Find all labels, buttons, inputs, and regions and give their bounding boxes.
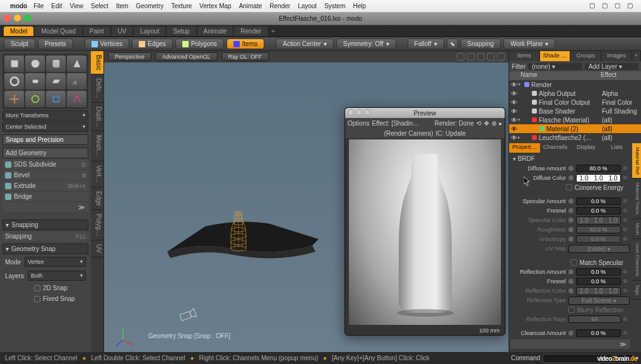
torus-icon[interactable] xyxy=(4,73,24,90)
bevel-tool[interactable]: BevelB xyxy=(3,170,88,180)
viewport-opts-icon[interactable] xyxy=(487,53,495,61)
preview-options[interactable]: Options xyxy=(348,120,369,127)
tab-add-icon[interactable]: + xyxy=(632,51,641,61)
tab-items[interactable]: Items xyxy=(509,51,540,61)
tab-groups[interactable]: Groups xyxy=(570,51,601,61)
reflection-fresnel-field[interactable]: 0.0 % xyxy=(576,278,621,285)
menu-texture[interactable]: Texture xyxy=(171,3,192,9)
geometry-snap-section[interactable]: ▾Geometry Snap xyxy=(3,244,88,254)
add-tab-icon[interactable]: + xyxy=(271,28,275,35)
text-icon[interactable]: A xyxy=(67,73,86,90)
side-tab-defo[interactable]: Defo… xyxy=(91,74,103,102)
blurry-reflection-checkbox[interactable] xyxy=(568,307,575,313)
tab-shadetree[interactable]: Shade … xyxy=(540,51,571,61)
menu-view[interactable]: View xyxy=(70,3,84,9)
command-menu-icon[interactable]: ▾ xyxy=(635,355,638,361)
match-specular-checkbox[interactable] xyxy=(571,259,577,266)
tab-model[interactable]: Model xyxy=(4,26,33,36)
reflection-type-dropdown[interactable]: Full Scene ▾ xyxy=(568,296,630,305)
menu-geometry[interactable]: Geometry xyxy=(136,3,163,9)
tree-row[interactable]: 👁Final Color OutputFinal Color xyxy=(509,98,641,107)
minimize-icon[interactable] xyxy=(356,109,362,115)
close-icon[interactable] xyxy=(348,109,354,115)
tab-render[interactable]: Render xyxy=(234,26,268,36)
presets-button[interactable]: Presets xyxy=(38,38,73,49)
move-icon[interactable] xyxy=(4,91,24,107)
falloff-dropdown[interactable]: Falloff ▾ xyxy=(408,38,444,49)
menu-vertexmap[interactable]: Vertex Map xyxy=(199,3,232,9)
transform-icon[interactable] xyxy=(67,91,86,107)
ic-update-button[interactable]: IC: Update xyxy=(436,130,466,137)
tab-animate[interactable]: Animate xyxy=(197,26,233,36)
maximize-icon[interactable] xyxy=(364,109,370,115)
clearcoat-field[interactable]: 0.0 % xyxy=(576,329,621,337)
menu-edit[interactable]: Edit xyxy=(51,3,62,9)
scale-icon[interactable] xyxy=(46,91,66,107)
pan-icon[interactable] xyxy=(467,53,474,61)
menu-layout[interactable]: Layout xyxy=(298,3,317,9)
brdf-group[interactable]: ▾ BRDF xyxy=(510,154,630,163)
tab-paint[interactable]: Paint xyxy=(83,26,110,36)
tree-row[interactable]: 👁▸Leuchtflaeche2 (…(all) xyxy=(509,133,641,142)
workplane-dropdown[interactable]: Work Plane ▾ xyxy=(503,38,556,49)
side-tab-basic[interactable]: Basic xyxy=(91,51,103,74)
tab-display[interactable]: Display xyxy=(571,143,602,153)
side-tab-user-channels[interactable]: User Channels xyxy=(632,239,641,281)
action-center-dropdown[interactable]: Action Center ▾ xyxy=(276,38,334,49)
tab-images[interactable]: Images xyxy=(601,51,632,61)
preview-nav-icon[interactable]: ✥ xyxy=(484,120,489,127)
center-selected-dropdown[interactable]: Center Selected xyxy=(3,122,88,132)
tab-properties[interactable]: Propert… xyxy=(509,143,540,153)
preview-nav-icon[interactable]: ⟲ xyxy=(476,120,481,127)
2d-snap-checkbox[interactable] xyxy=(34,285,40,291)
fresnel-field[interactable]: 0.0 % xyxy=(576,207,621,214)
edges-mode[interactable]: Edges xyxy=(132,38,172,49)
side-tab-uv[interactable]: UV xyxy=(91,240,103,257)
roughness-field[interactable]: 40.0 % xyxy=(576,226,621,233)
more-transforms-dropdown[interactable]: More Transforms xyxy=(3,110,88,120)
diffuse-amount-field[interactable]: 80.0 % xyxy=(576,165,621,172)
maximize-icon[interactable] xyxy=(24,15,31,21)
render-camera-button[interactable]: (Render Camera) xyxy=(384,130,433,137)
polygons-mode[interactable]: Polygons xyxy=(175,38,224,49)
menu-help[interactable]: Help xyxy=(353,3,367,9)
menu-item[interactable]: Item xyxy=(116,3,128,9)
menu-select[interactable]: Select xyxy=(91,3,109,9)
sphere-icon[interactable] xyxy=(25,56,45,72)
tab-setup[interactable]: Setup xyxy=(167,26,196,36)
tab-layout[interactable]: Layout xyxy=(134,26,165,36)
sculpt-button[interactable]: Sculpt xyxy=(4,38,35,49)
side-tab-edge[interactable]: Edge xyxy=(91,187,103,210)
extrude-tool[interactable]: ExtrudeShift+X xyxy=(3,181,88,191)
close-icon[interactable] xyxy=(4,15,11,21)
tab-channels[interactable]: Channels xyxy=(540,143,571,153)
tree-row-material[interactable]: 👁Material (2)(all) xyxy=(509,124,641,133)
preview-nav-icon[interactable]: ▸ xyxy=(499,120,502,127)
symmetry-dropdown[interactable]: Symmetry: Off ▾ xyxy=(336,38,396,49)
items-mode[interactable]: Items xyxy=(226,38,264,49)
tab-uv[interactable]: UV xyxy=(112,26,133,36)
side-tab-poly[interactable]: Polyg… xyxy=(91,210,103,240)
menu-render[interactable]: Render xyxy=(269,3,290,9)
tree-row[interactable]: 👁▾Flasche (Material)(all) xyxy=(509,115,641,124)
minimize-icon[interactable] xyxy=(14,15,21,21)
side-tab-tags[interactable]: Tags xyxy=(632,281,641,300)
menu-file[interactable]: File xyxy=(33,3,44,9)
add-layer-dropdown[interactable]: Add Layer ▾ xyxy=(585,63,638,70)
side-tab-mesh[interactable]: Mesh… xyxy=(91,131,103,161)
sds-subdivide-tool[interactable]: SDS SubdivideD xyxy=(3,160,88,169)
snapping-section[interactable]: ▾Snapping xyxy=(3,220,88,230)
tree-row[interactable]: 👁▾Render xyxy=(509,80,641,89)
cube-icon[interactable] xyxy=(4,56,24,72)
orbit-icon[interactable] xyxy=(457,53,464,61)
rotate-icon[interactable] xyxy=(25,91,45,107)
menu-system[interactable]: System xyxy=(324,3,345,9)
specular-color-field[interactable]: 1.01.01.0 xyxy=(576,216,621,225)
filter-dropdown[interactable]: (none) ▾ xyxy=(528,63,582,70)
reflection-rays-field[interactable]: 64 xyxy=(568,315,621,323)
vertices-mode[interactable]: Vertices xyxy=(85,38,130,49)
viewport-more-icon[interactable] xyxy=(497,53,505,61)
plane-icon[interactable] xyxy=(46,73,66,90)
tab-model-quad[interactable]: Model Quad xyxy=(35,26,81,36)
menu-animate[interactable]: Animate xyxy=(239,3,262,9)
